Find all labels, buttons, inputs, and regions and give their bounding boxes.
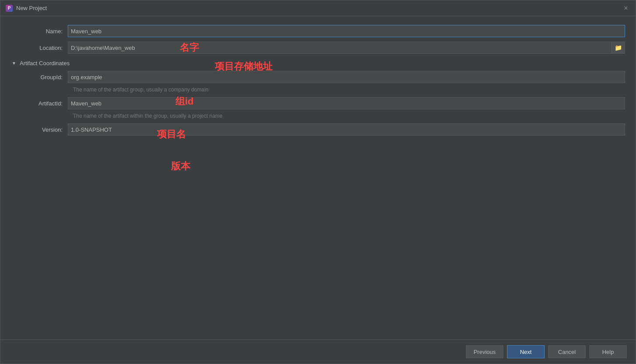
help-button[interactable]: Help [589, 345, 627, 358]
artifactid-row: ArtifactId: [20, 97, 625, 109]
location-row: Location: 📁 [11, 42, 625, 54]
name-input[interactable] [68, 25, 625, 37]
artifactid-hint: The name of the artifact within the grou… [73, 113, 625, 119]
version-label: Version: [20, 126, 68, 133]
dialog-title: New Project [16, 5, 47, 11]
groupid-row: GroupId: [20, 71, 625, 83]
cancel-button[interactable]: Cancel [548, 345, 586, 358]
browse-button[interactable]: 📁 [611, 42, 625, 54]
main-content-area: Name: Location: 📁 ▼ Artifact Coordinates [0, 16, 636, 340]
artifactid-input[interactable] [68, 97, 625, 109]
location-input[interactable] [68, 42, 611, 54]
groupid-input[interactable] [68, 71, 625, 83]
folder-icon: 📁 [615, 44, 622, 51]
title-bar: P New Project × [0, 0, 636, 16]
name-row: Name: [11, 25, 625, 37]
new-project-dialog: P New Project × Name: Location: 📁 [0, 0, 636, 364]
previous-button[interactable]: Previous [466, 345, 503, 358]
artifact-section: GroupId: The name of the artifact group,… [20, 71, 625, 136]
groupid-label: GroupId: [20, 74, 68, 80]
artifact-coordinates-title: Artifact Coordinates [20, 60, 70, 66]
next-button[interactable]: Next [507, 345, 545, 358]
groupid-hint: The name of the artifact group, usually … [73, 87, 625, 93]
app-icon: P [6, 5, 13, 12]
title-bar-left: P New Project [6, 5, 47, 12]
dialog-content: Name: Location: 📁 ▼ Artifact Coordinates [0, 16, 636, 340]
artifact-coordinates-section-header: ▼ Artifact Coordinates [11, 60, 625, 66]
name-label: Name: [11, 28, 68, 35]
location-label: Location: [11, 45, 68, 51]
dialog-footer: Previous Next Cancel Help [0, 340, 636, 364]
artifactid-label: ArtifactId: [20, 100, 68, 107]
version-row: Version: [20, 123, 625, 136]
close-button[interactable]: × [622, 4, 630, 13]
version-input[interactable] [68, 123, 625, 136]
section-toggle[interactable]: ▼ [11, 60, 17, 66]
location-input-group: 📁 [68, 42, 625, 54]
